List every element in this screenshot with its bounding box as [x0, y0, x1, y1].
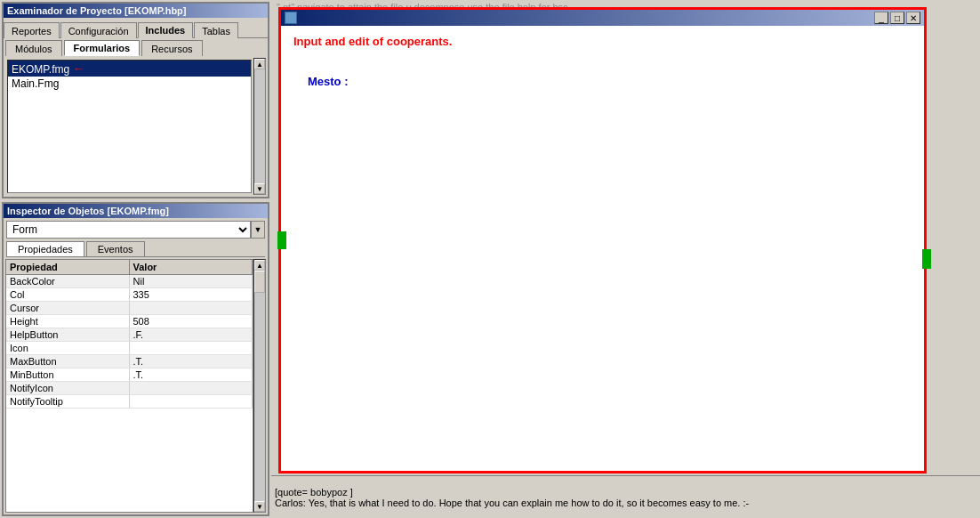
prop-name-notifyicon: NotifyIcon: [6, 382, 130, 394]
prop-name-notifytooltip: NotifyTooltip: [6, 395, 130, 408]
project-explorer: Examinador de Proyecto [EKOMP.hbp] Repor…: [2, 2, 269, 198]
prop-header: Propiedad Valor: [6, 260, 253, 275]
resize-handle-left[interactable]: [277, 231, 286, 249]
arrow-indicator: ←: [72, 61, 84, 76]
resize-handle-right[interactable]: [922, 249, 931, 269]
prop-name-icon: Icon: [6, 342, 130, 354]
close-button[interactable]: ✕: [906, 12, 920, 24]
prop-col-header-property: Propiedad: [6, 260, 130, 274]
prop-value-height[interactable]: 508: [130, 315, 253, 328]
prop-row-minbutton[interactable]: MinButton .T.: [6, 368, 253, 382]
prop-row-notifytooltip[interactable]: NotifyTooltip: [6, 395, 253, 409]
prop-scroll-down[interactable]: ▼: [254, 501, 265, 512]
properties-table: Propiedad Valor BackColor Nil Col 335 Cu…: [5, 259, 253, 513]
prop-name-minbutton: MinButton: [6, 368, 130, 381]
explorer-item-ekomp[interactable]: EKOMP.fmg ←: [8, 61, 251, 77]
tab-configuracion[interactable]: Configuración: [60, 22, 137, 38]
properties-scrollbar[interactable]: ▲ ▼: [253, 259, 266, 513]
right-panel: " ot" navigate to attain the file u deco…: [271, 0, 980, 518]
prop-name-col: Col: [6, 288, 130, 301]
object-inspector: Inspector de Objetos [EKOMP.fmg] Form ▼ …: [2, 202, 269, 516]
object-inspector-title: Inspector de Objetos [EKOMP.fmg]: [4, 204, 268, 218]
prop-name-cursor: Cursor: [6, 302, 130, 314]
prop-row-helpbutton[interactable]: HelpButton .F.: [6, 328, 253, 342]
maximize-button[interactable]: □: [890, 12, 904, 24]
left-panel: Examinador de Proyecto [EKOMP.hbp] Repor…: [0, 0, 271, 518]
explorer-item-main[interactable]: Main.Fmg: [8, 77, 251, 91]
scroll-down-btn[interactable]: ▼: [254, 183, 265, 194]
tab-row-1: Reportes Configuración Includes Tablas: [4, 18, 268, 38]
bottom-main-text: Carlos: Yes, that is what I need to do. …: [275, 498, 976, 508]
prop-value-minbutton[interactable]: .T.: [130, 368, 253, 381]
prop-row-cursor[interactable]: Cursor: [6, 302, 253, 315]
prop-name-maxbutton: MaxButton: [6, 355, 130, 368]
scroll-up-btn[interactable]: ▲: [254, 59, 265, 69]
prop-scroll-track: [254, 271, 265, 501]
tab-reportes[interactable]: Reportes: [4, 22, 60, 38]
properties-panel: Propiedad Valor BackColor Nil Col 335 Cu…: [5, 259, 266, 513]
project-explorer-title: Examinador de Proyecto [EKOMP.hbp]: [4, 4, 268, 18]
prop-value-col[interactable]: 335: [130, 288, 253, 301]
prop-row-backcolor[interactable]: BackColor Nil: [6, 275, 253, 288]
prop-scroll-thumb: [254, 271, 265, 293]
prop-value-cursor[interactable]: [130, 302, 253, 314]
tab-propiedades[interactable]: Propiedades: [6, 241, 84, 256]
form-window-controls: _ □ ✕: [874, 12, 920, 24]
prop-value-icon[interactable]: [130, 342, 253, 354]
bottom-quote-text: [quote= bobypoz ]: [275, 487, 976, 498]
tab-eventos[interactable]: Eventos: [86, 241, 145, 256]
prop-value-notifytooltip[interactable]: [130, 395, 253, 408]
prop-value-helpbutton[interactable]: .F.: [130, 328, 253, 341]
selector-dropdown-arrow[interactable]: ▼: [251, 221, 265, 239]
tab-row-2: Módulos Formularios Recursos: [4, 38, 268, 56]
scroll-track: [254, 69, 265, 183]
prop-row-col[interactable]: Col 335: [6, 288, 253, 302]
prop-name-height: Height: [6, 315, 130, 328]
prop-name-backcolor: BackColor: [6, 275, 130, 287]
bottom-bar: [quote= bobypoz ] Carlos: Yes, that is w…: [271, 475, 980, 518]
form-input-edit-label: Input and edit of cooperants.: [293, 35, 452, 48]
form-titlebar: _ □ ✕: [281, 10, 924, 26]
form-title-left: [285, 12, 301, 24]
prop-row-maxbutton[interactable]: MaxButton .T.: [6, 355, 253, 368]
form-mesto-label: Mesto :: [308, 75, 349, 88]
tab-tablas[interactable]: Tablas: [194, 22, 238, 38]
prop-scroll-up[interactable]: ▲: [254, 260, 265, 271]
prop-row-icon[interactable]: Icon: [6, 342, 253, 355]
explorer-list: EKOMP.fmg ← Main.Fmg: [7, 60, 252, 193]
form-designer-window[interactable]: _ □ ✕ Input and edit of cooperants. Mest…: [278, 7, 927, 473]
prop-row-height[interactable]: Height 508: [6, 315, 253, 328]
form-content-area[interactable]: Input and edit of cooperants. Mesto :: [281, 26, 924, 471]
form-window-icon: [285, 12, 297, 24]
prop-value-backcolor[interactable]: Nil: [130, 275, 253, 287]
prop-row-notifyicon[interactable]: NotifyIcon: [6, 382, 253, 395]
tab-formularios[interactable]: Formularios: [64, 40, 141, 56]
tab-modulos[interactable]: Módulos: [5, 40, 62, 56]
tab-includes[interactable]: Includes: [138, 22, 194, 38]
inspector-selector-row: Form ▼: [6, 221, 265, 239]
explorer-scrollbar[interactable]: ▲ ▼: [253, 58, 266, 195]
prop-name-helpbutton: HelpButton: [6, 328, 130, 341]
prop-col-header-value: Valor: [130, 260, 253, 274]
inspector-tabs: Propiedades Eventos: [6, 241, 265, 257]
prop-value-maxbutton[interactable]: .T.: [130, 355, 253, 368]
prop-value-notifyicon[interactable]: [130, 382, 253, 394]
minimize-button[interactable]: _: [874, 12, 888, 24]
object-selector-dropdown[interactable]: Form: [6, 221, 251, 239]
tab-recursos[interactable]: Recursos: [141, 40, 202, 56]
